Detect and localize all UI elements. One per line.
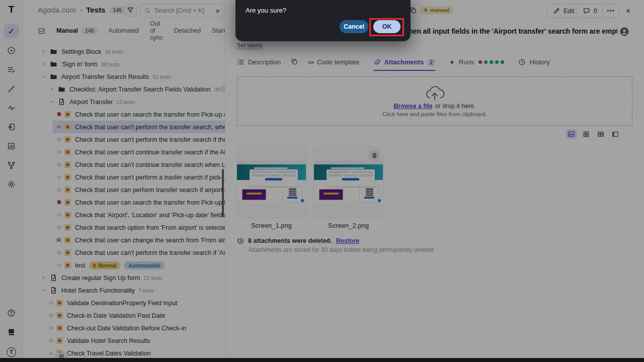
modal-overlay: [0, 0, 644, 362]
dialog-message: Are you sure?: [246, 7, 286, 14]
bottom-bar: [0, 358, 644, 362]
annotation-highlight: [369, 18, 404, 36]
cancel-button[interactable]: Cancel: [340, 20, 368, 33]
